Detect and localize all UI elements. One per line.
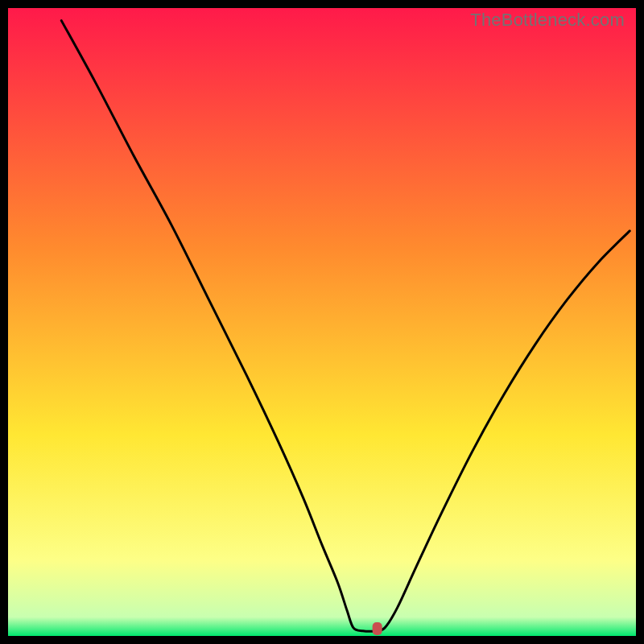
- watermark-text: TheBottleneck.com: [470, 10, 625, 31]
- bottleneck-chart: [8, 8, 636, 636]
- chart-frame: TheBottleneck.com: [8, 8, 636, 636]
- optimal-marker: [373, 622, 382, 635]
